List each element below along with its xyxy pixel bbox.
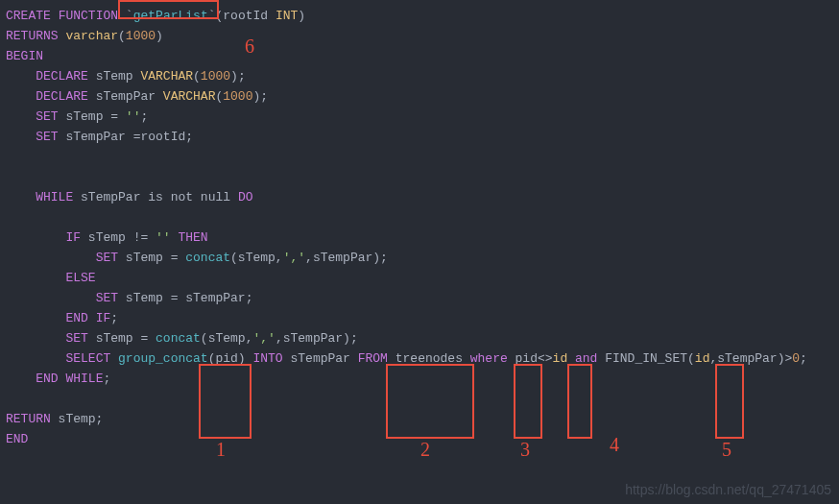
func-name: getParList — [133, 9, 208, 23]
code-block: CREATE FUNCTION `getParList`(rootId INT)… — [6, 6, 833, 449]
kw-function: FUNCTION — [59, 9, 118, 23]
kw-create: CREATE — [6, 9, 51, 23]
watermark: https://blog.csdn.net/qq_27471405 — [625, 480, 831, 500]
